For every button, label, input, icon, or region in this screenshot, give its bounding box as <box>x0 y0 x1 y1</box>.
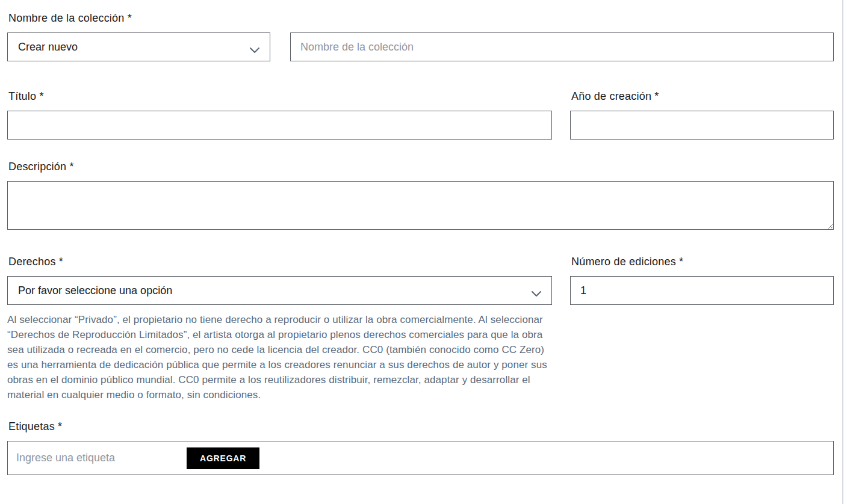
rights-selected-value: Por favor seleccione una opción <box>18 284 172 297</box>
artwork-form-page: Nombre de la colección * Crear nuevo Tít… <box>0 0 847 504</box>
tags-label: Etiquetas * <box>8 420 834 433</box>
collection-name-label: Nombre de la colección * <box>8 12 834 25</box>
description-section: Descripción * <box>7 161 834 230</box>
collection-section: Nombre de la colección * Crear nuevo <box>7 12 834 61</box>
title-label: Título * <box>8 90 552 103</box>
chevron-down-icon <box>250 44 259 57</box>
editions-count-label: Número de ediciones * <box>571 256 834 268</box>
creation-year-input[interactable] <box>570 111 834 140</box>
rights-help-text: Al seleccionar “Privado”, el propietario… <box>7 312 553 402</box>
page-edge-divider <box>842 0 843 504</box>
rights-label: Derechos * <box>8 256 552 268</box>
creation-year-label: Año de creación * <box>571 90 834 103</box>
title-input[interactable] <box>7 111 552 140</box>
description-textarea[interactable] <box>7 181 834 230</box>
rights-select[interactable]: Por favor seleccione una opción <box>7 276 552 305</box>
collection-name-input[interactable] <box>290 32 834 61</box>
description-label: Descripción * <box>8 161 834 173</box>
title-year-section: Título * Año de creación * <box>7 90 834 140</box>
tags-input-container: AGREGAR <box>7 441 834 475</box>
chevron-down-icon <box>532 287 541 300</box>
editions-count-input[interactable] <box>570 276 834 305</box>
add-tag-button[interactable]: AGREGAR <box>187 447 259 469</box>
tags-section: Etiquetas * AGREGAR <box>7 420 834 475</box>
collection-mode-selected-value: Crear nuevo <box>18 41 78 54</box>
collection-mode-select[interactable]: Crear nuevo <box>7 32 270 61</box>
tag-input[interactable] <box>16 441 187 475</box>
rights-editions-section: Derechos * Por favor seleccione una opci… <box>7 256 834 402</box>
